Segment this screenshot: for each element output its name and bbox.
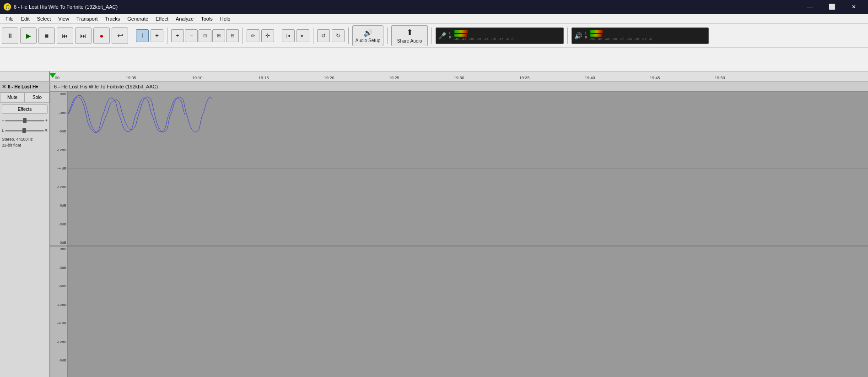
loop-button[interactable]: ↩ bbox=[112, 27, 128, 44]
menu-transport[interactable]: Transport bbox=[73, 15, 102, 22]
speaker-icon: 🔊 bbox=[574, 32, 582, 39]
mute-button[interactable]: Mute bbox=[0, 93, 25, 102]
db-labels-bottom: 0dB -3dB -6dB -12dB -∞ dB -12dB -6dB -3d… bbox=[50, 246, 68, 377]
track-sample-rate: Stereo, 44100Hz bbox=[2, 137, 48, 142]
menu-bar: File Edit Select View Transport Tracks G… bbox=[0, 14, 868, 24]
share-audio-icon: ⬆ bbox=[406, 27, 413, 38]
track-close-button[interactable]: ✕ bbox=[2, 84, 6, 90]
menu-help[interactable]: Help bbox=[216, 15, 234, 22]
audio-setup-button[interactable]: 🔊 Audio Setup bbox=[352, 25, 383, 46]
zoom-toggle-button[interactable]: ⊟ bbox=[226, 29, 239, 42]
pause-button[interactable]: ⏸ bbox=[2, 27, 18, 44]
input-meter-labels: LR bbox=[449, 32, 452, 39]
selection-tool-button[interactable]: I bbox=[136, 29, 149, 42]
app-icon: 🎵 bbox=[4, 3, 11, 11]
tick-1910: 19:10 bbox=[192, 76, 203, 80]
draw-tool-button[interactable]: ✏ bbox=[247, 29, 259, 42]
tick-1905: 19:05 bbox=[126, 76, 136, 80]
microphone-icon: 🎤 bbox=[438, 32, 446, 39]
input-meter: 🎤 LR -48-42-36-30-24-18-12-60 bbox=[436, 27, 564, 44]
track-title-bar: 6 - He Lost His Wife To Fortnite (192kbi… bbox=[50, 82, 868, 92]
channel-top[interactable]: 0dB -3dB -6dB -12dB -∞ dB -12dB -6dB -3d… bbox=[50, 92, 868, 246]
track-container: ✕ 6 - He Lost H▾ Mute Solo Effects − + L… bbox=[0, 82, 868, 377]
menu-tracks[interactable]: Tracks bbox=[102, 15, 124, 22]
menu-edit[interactable]: Edit bbox=[17, 15, 33, 22]
output-meter-scale: -54-48-42-36-30-24-18-12-6 bbox=[590, 38, 704, 41]
separator-5 bbox=[313, 27, 313, 44]
trim-left-button[interactable]: |◄ bbox=[282, 29, 295, 42]
audio-setup-icon: 🔊 bbox=[363, 28, 372, 37]
solo-button[interactable]: Solo bbox=[25, 93, 49, 102]
waveform-area[interactable]: 6 - He Lost His Wife To Fortnite (192kbi… bbox=[50, 82, 868, 377]
bottom-channel-canvas bbox=[68, 246, 868, 377]
window-title: 6 - He Lost His Wife To Fortnite (192kbi… bbox=[14, 4, 118, 10]
menu-generate[interactable]: Generate bbox=[124, 15, 152, 22]
timeline-ruler[interactable]: 00 19:05 19:10 19:15 19:20 19:25 19:30 1… bbox=[0, 71, 868, 82]
input-meter-r-bar bbox=[454, 34, 467, 37]
audio-setup-label: Audio Setup bbox=[356, 38, 381, 43]
track-header: ✕ 6 - He Lost H▾ bbox=[0, 82, 49, 93]
fit-project-button[interactable]: ⊞ bbox=[212, 29, 225, 42]
output-meter: 🔊 LR -54-48-42-36-30-24-18-12-6 bbox=[571, 27, 709, 44]
track-left-panel: ✕ 6 - He Lost H▾ Mute Solo Effects − + L… bbox=[0, 82, 50, 377]
gain-row: − + bbox=[0, 115, 49, 126]
playhead-marker bbox=[49, 73, 56, 78]
separator-3 bbox=[243, 27, 243, 44]
menu-file[interactable]: File bbox=[2, 15, 17, 22]
record-button[interactable]: ● bbox=[93, 27, 110, 44]
gain-thumb bbox=[23, 118, 27, 123]
output-meter-labels: LR bbox=[585, 32, 588, 39]
redo-button[interactable]: ↻ bbox=[332, 29, 345, 42]
skip-back-button[interactable]: ⏮ bbox=[57, 27, 73, 44]
zoom-in-button[interactable]: + bbox=[171, 29, 184, 42]
channel-bottom[interactable]: 0dB -3dB -6dB -12dB -∞ dB -12dB -6dB -3d… bbox=[50, 246, 868, 377]
play-button[interactable]: ▶ bbox=[20, 27, 37, 44]
separator-2 bbox=[167, 27, 167, 44]
separator-6 bbox=[348, 27, 349, 44]
fit-selection-button[interactable]: ⊡ bbox=[199, 29, 211, 42]
tick-1935: 19:35 bbox=[519, 76, 530, 80]
minimize-button[interactable]: — bbox=[799, 0, 820, 14]
menu-effect[interactable]: Effect bbox=[152, 15, 172, 22]
tick-1945: 19:45 bbox=[650, 76, 660, 80]
pan-row: L R bbox=[0, 126, 49, 136]
skip-forward-button[interactable]: ⏭ bbox=[75, 27, 92, 44]
gain-slider[interactable] bbox=[5, 120, 44, 121]
share-audio-button[interactable]: ⬆ Share Audio bbox=[391, 25, 428, 46]
output-meter-r-bar bbox=[590, 34, 602, 37]
gain-min-label: − bbox=[2, 118, 4, 123]
track-full-title: 6 - He Lost His Wife To Fortnite (192kbi… bbox=[54, 84, 158, 89]
waveform-canvas: 0dB -3dB -6dB -12dB -∞ dB -12dB -6dB -3d… bbox=[50, 92, 868, 377]
title-bar-controls[interactable]: — ⬜ ✕ bbox=[799, 0, 864, 14]
close-button[interactable]: ✕ bbox=[843, 0, 864, 14]
pan-label-r: R bbox=[45, 128, 48, 133]
output-meter-l-bar bbox=[590, 30, 603, 33]
multi-tool-button[interactable]: ✛ bbox=[261, 29, 274, 42]
stop-button[interactable]: ■ bbox=[38, 27, 55, 44]
mute-solo-row: Mute Solo bbox=[0, 93, 49, 103]
track-bit-depth: 32-bit float bbox=[2, 142, 48, 148]
envelope-tool-button[interactable]: ✦ bbox=[151, 29, 163, 42]
undo-button[interactable]: ↺ bbox=[317, 29, 330, 42]
share-audio-label: Share Audio bbox=[397, 38, 422, 44]
tick-1940: 19:40 bbox=[585, 76, 595, 80]
title-bar: 🎵 6 - He Lost His Wife To Fortnite (192k… bbox=[0, 0, 868, 14]
zoom-out-button[interactable]: − bbox=[185, 29, 198, 42]
zoom-group: + − ⊡ ⊞ ⊟ bbox=[171, 29, 239, 42]
maximize-button[interactable]: ⬜ bbox=[821, 0, 842, 14]
effects-button[interactable]: Effects bbox=[2, 104, 48, 114]
pan-slider[interactable] bbox=[5, 130, 43, 131]
trim-right-button[interactable]: ►| bbox=[297, 29, 309, 42]
separator-7 bbox=[387, 27, 388, 44]
pan-thumb bbox=[22, 128, 26, 133]
gain-max-label: + bbox=[45, 118, 48, 123]
ruler-ticks: 00 19:05 19:10 19:15 19:20 19:25 19:30 1… bbox=[50, 71, 868, 81]
menu-select[interactable]: Select bbox=[33, 15, 55, 22]
menu-view[interactable]: View bbox=[54, 15, 73, 22]
input-meter-l-bar bbox=[454, 30, 468, 33]
menu-tools[interactable]: Tools bbox=[197, 15, 216, 22]
menu-analyze[interactable]: Analyze bbox=[172, 15, 197, 22]
pan-label-l: L bbox=[2, 128, 4, 133]
title-bar-left: 🎵 6 - He Lost His Wife To Fortnite (192k… bbox=[4, 3, 118, 11]
tick-1920: 19:20 bbox=[324, 76, 334, 80]
